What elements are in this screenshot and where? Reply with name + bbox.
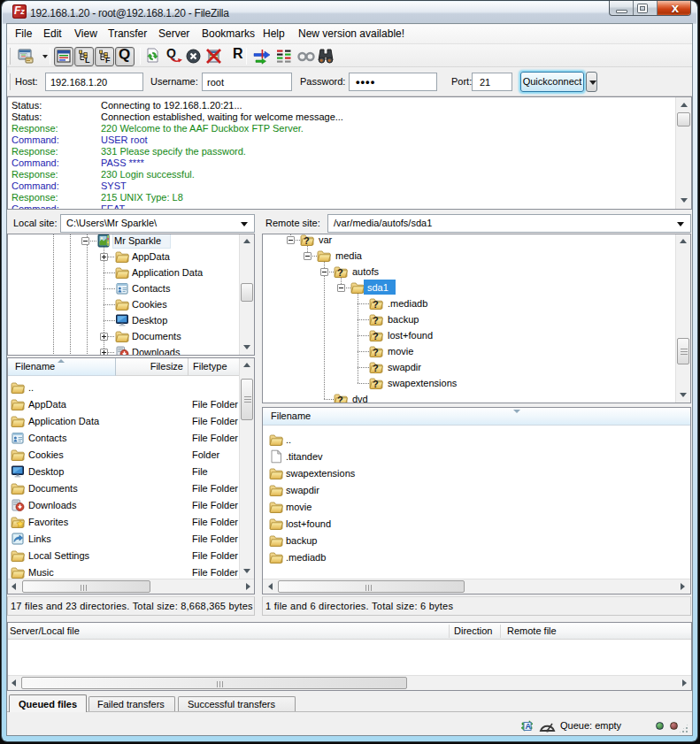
svg-text:A: A bbox=[526, 722, 532, 731]
svg-text:F: F bbox=[105, 56, 111, 64]
svg-text:L: L bbox=[85, 56, 90, 64]
